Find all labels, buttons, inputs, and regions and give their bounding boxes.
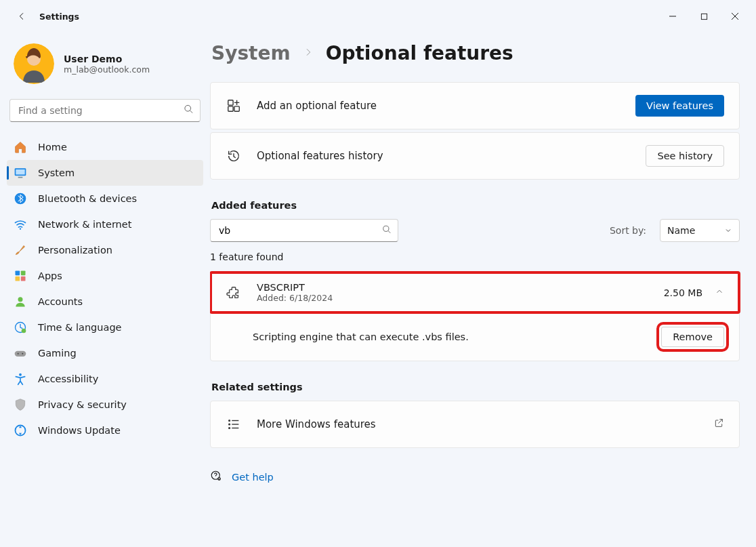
- svg-point-26: [229, 424, 230, 425]
- wifi-icon: [14, 218, 27, 231]
- help-icon: [210, 470, 222, 485]
- svg-point-19: [19, 373, 22, 376]
- main-panel: System Optional features Add an optional…: [210, 33, 756, 547]
- add-grid-icon: [226, 98, 242, 114]
- history-icon: [226, 148, 242, 164]
- svg-point-15: [22, 329, 26, 333]
- nav-list: Home System Bluetooth & devices Network …: [0, 134, 210, 443]
- shield-icon: [14, 398, 27, 411]
- svg-rect-12: [21, 277, 26, 281]
- nav-label: Apps: [38, 270, 62, 281]
- list-icon: [226, 416, 242, 432]
- nav-label: Gaming: [38, 348, 77, 359]
- feature-size: 2.50 MB: [664, 287, 702, 298]
- svg-rect-23: [234, 106, 239, 111]
- svg-rect-22: [228, 106, 233, 111]
- chevron-right-icon: [303, 47, 314, 60]
- title-bar: Settings: [0, 0, 756, 33]
- nav-item-system[interactable]: System: [7, 160, 203, 186]
- history-label: Optional features history: [257, 150, 646, 162]
- get-help-link[interactable]: Get help: [232, 472, 274, 483]
- apps-icon: [14, 269, 27, 283]
- svg-rect-5: [16, 169, 24, 175]
- related-settings-heading: Related settings: [211, 382, 740, 392]
- svg-rect-11: [16, 277, 20, 281]
- svg-rect-21: [228, 100, 233, 105]
- feature-filter-input[interactable]: [210, 219, 398, 242]
- svg-rect-0: [701, 14, 707, 19]
- nav-label: Home: [38, 142, 67, 153]
- back-button[interactable]: [11, 5, 33, 27]
- get-help-row[interactable]: Get help: [210, 470, 740, 485]
- chevron-down-icon: [724, 226, 732, 235]
- nav-item-apps[interactable]: Apps: [7, 263, 203, 289]
- nav-item-time[interactable]: Time & language: [7, 315, 203, 340]
- person-icon: [14, 295, 27, 308]
- svg-point-3: [185, 105, 191, 111]
- nav-label: Privacy & security: [38, 399, 127, 410]
- svg-point-18: [22, 353, 23, 354]
- profile-block[interactable]: User Demo m_lab@outlook.com: [0, 41, 210, 96]
- brush-icon: [14, 243, 27, 257]
- sort-label: Sort by:: [610, 225, 646, 236]
- result-count: 1 feature found: [210, 251, 740, 262]
- svg-point-25: [229, 420, 230, 422]
- add-feature-card: Add an optional feature View features: [210, 82, 740, 129]
- feature-added-date: Added: 6/18/2024: [257, 293, 664, 303]
- svg-point-17: [18, 353, 19, 354]
- app-title: Settings: [39, 12, 79, 22]
- history-card: Optional features history See history: [210, 132, 740, 180]
- svg-rect-9: [16, 271, 20, 276]
- nav-item-privacy[interactable]: Privacy & security: [7, 392, 203, 418]
- svg-point-13: [18, 297, 23, 302]
- svg-point-8: [20, 228, 21, 230]
- remove-button[interactable]: Remove: [661, 327, 724, 347]
- feature-description: Scripting engine that can execute .vbs f…: [253, 331, 469, 342]
- gamepad-icon: [14, 346, 27, 360]
- nav-label: Bluetooth & devices: [38, 193, 137, 204]
- nav-item-gaming[interactable]: Gaming: [7, 340, 203, 366]
- user-name: User Demo: [64, 54, 150, 64]
- more-features-card[interactable]: More Windows features: [210, 401, 740, 448]
- nav-item-network[interactable]: Network & internet: [7, 211, 203, 237]
- nav-label: Windows Update: [38, 425, 121, 436]
- svg-rect-6: [18, 177, 23, 178]
- nav-item-bluetooth[interactable]: Bluetooth & devices: [7, 186, 203, 211]
- feature-detail: Scripting engine that can execute .vbs f…: [211, 312, 739, 361]
- svg-rect-16: [15, 351, 26, 357]
- see-history-button[interactable]: See history: [646, 145, 724, 167]
- nav-label: Time & language: [38, 322, 122, 333]
- view-features-button[interactable]: View features: [635, 95, 724, 117]
- chevron-up-icon: [715, 286, 724, 299]
- external-link-icon: [713, 418, 724, 431]
- update-icon: [14, 424, 27, 437]
- user-email: m_lab@outlook.com: [64, 64, 150, 75]
- search-icon: [184, 104, 194, 117]
- nav-label: System: [38, 167, 75, 178]
- nav-label: Network & internet: [38, 219, 131, 230]
- nav-label: Accounts: [38, 296, 83, 307]
- bluetooth-icon: [14, 192, 27, 205]
- close-button[interactable]: [719, 6, 751, 26]
- svg-point-24: [383, 226, 389, 231]
- feature-header[interactable]: VBSCRIPT Added: 6/18/2024 2.50 MB: [211, 272, 739, 312]
- breadcrumb-parent[interactable]: System: [211, 42, 291, 64]
- search-input[interactable]: [9, 99, 201, 122]
- nav-item-accessibility[interactable]: Accessibility: [7, 366, 203, 392]
- home-icon: [14, 140, 27, 154]
- sort-select[interactable]: Name: [660, 219, 740, 242]
- nav-item-home[interactable]: Home: [7, 134, 203, 160]
- nav-item-update[interactable]: Windows Update: [7, 418, 203, 443]
- nav-item-accounts[interactable]: Accounts: [7, 289, 203, 315]
- system-icon: [14, 166, 27, 180]
- svg-rect-10: [21, 271, 26, 276]
- minimize-button[interactable]: [657, 6, 688, 26]
- nav-label: Personalization: [38, 245, 112, 256]
- maximize-button[interactable]: [688, 6, 719, 26]
- nav-item-personalization[interactable]: Personalization: [7, 237, 203, 263]
- accessibility-icon: [14, 372, 27, 386]
- add-feature-label: Add an optional feature: [257, 100, 635, 112]
- sort-value: Name: [667, 225, 695, 236]
- feature-item: VBSCRIPT Added: 6/18/2024 2.50 MB Script…: [210, 272, 740, 361]
- clock-globe-icon: [14, 321, 27, 334]
